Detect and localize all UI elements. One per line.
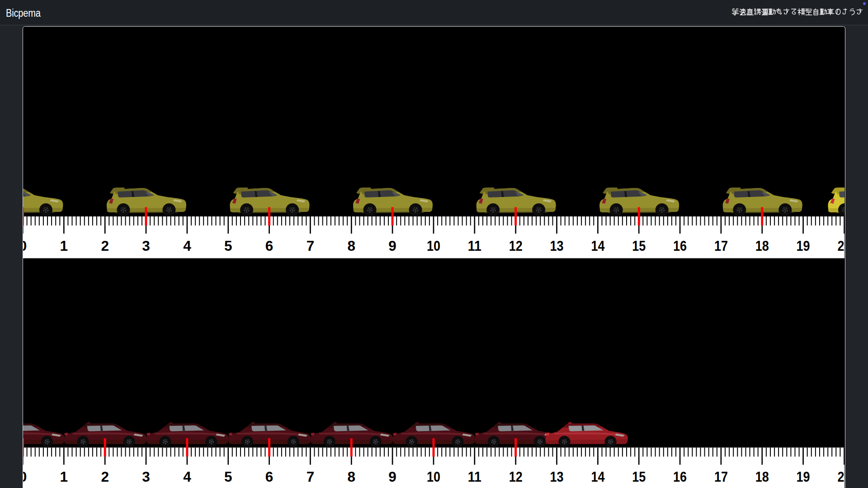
svg-text:7: 7 xyxy=(306,238,314,254)
svg-text:8: 8 xyxy=(347,238,355,254)
svg-text:12: 12 xyxy=(509,238,522,254)
svg-text:16: 16 xyxy=(673,238,687,254)
svg-text:1: 1 xyxy=(60,469,68,485)
svg-text:15: 15 xyxy=(632,469,646,485)
svg-text:7: 7 xyxy=(306,469,314,485)
svg-text:0: 0 xyxy=(23,469,27,485)
svg-text:1: 1 xyxy=(60,238,68,254)
svg-text:19: 19 xyxy=(796,469,810,485)
svg-text:5: 5 xyxy=(224,238,232,254)
svg-text:13: 13 xyxy=(550,238,563,254)
svg-text:15: 15 xyxy=(632,238,646,254)
svg-text:19: 19 xyxy=(796,238,810,254)
svg-text:11: 11 xyxy=(467,469,481,485)
svg-text:20: 20 xyxy=(837,238,844,254)
svg-text:13: 13 xyxy=(550,469,563,485)
svg-text:17: 17 xyxy=(714,469,727,485)
svg-text:12: 12 xyxy=(509,469,522,485)
svg-text:10: 10 xyxy=(427,469,440,485)
svg-text:6: 6 xyxy=(265,469,273,485)
svg-text:3: 3 xyxy=(142,238,150,254)
svg-text:18: 18 xyxy=(755,238,769,254)
svg-text:4: 4 xyxy=(183,238,191,254)
svg-text:4: 4 xyxy=(183,469,191,485)
svg-text:0: 0 xyxy=(23,238,27,254)
svg-text:5: 5 xyxy=(224,469,232,485)
svg-text:20: 20 xyxy=(837,469,844,485)
svg-text:6: 6 xyxy=(265,238,273,254)
svg-text:2: 2 xyxy=(101,238,109,254)
svg-text:14: 14 xyxy=(591,238,604,254)
svg-text:10: 10 xyxy=(427,238,440,254)
svg-text:9: 9 xyxy=(388,238,396,254)
svg-text:9: 9 xyxy=(388,469,396,485)
svg-text:2: 2 xyxy=(101,469,109,485)
svg-text:14: 14 xyxy=(591,469,604,485)
svg-text:11: 11 xyxy=(467,238,481,254)
svg-text:8: 8 xyxy=(347,469,355,485)
svg-text:17: 17 xyxy=(714,238,727,254)
svg-text:18: 18 xyxy=(755,469,769,485)
svg-text:16: 16 xyxy=(673,469,687,485)
svg-text:3: 3 xyxy=(142,469,150,485)
